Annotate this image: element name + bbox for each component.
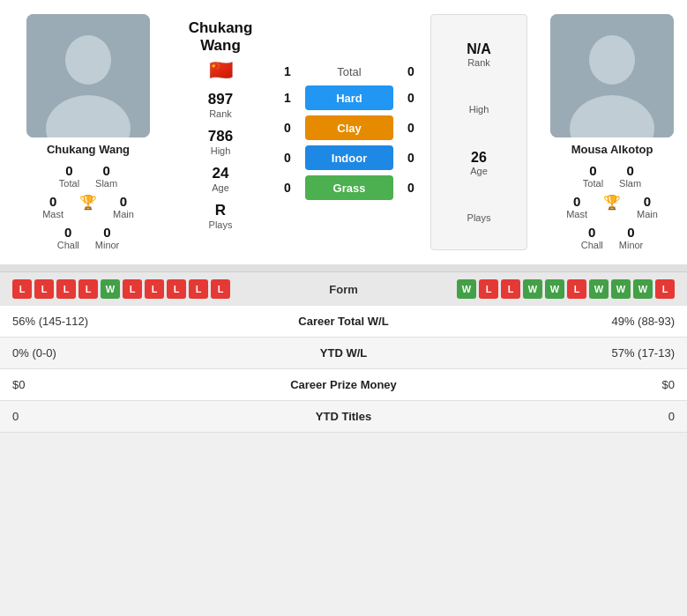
form-badge-l: L bbox=[567, 279, 586, 299]
form-badge-l: L bbox=[34, 279, 54, 299]
player1-total-label: Total bbox=[59, 178, 79, 189]
player2-high-label: High bbox=[469, 104, 489, 115]
center-high-value: 786 bbox=[208, 128, 233, 145]
player2-main-label: Main bbox=[637, 209, 658, 219]
player2-mast-block: 0 Mast bbox=[566, 194, 587, 219]
player1-stats-row1: 0 Total 0 Slam bbox=[59, 163, 117, 189]
center-age: 24 Age bbox=[212, 165, 229, 193]
player2-stats-row1: 0 Total 0 Slam bbox=[583, 163, 641, 189]
player2-age-value: 26 bbox=[471, 150, 487, 166]
hard-right-score: 0 bbox=[402, 91, 420, 105]
player2-total-block: 0 Total bbox=[583, 163, 603, 189]
player1-name: Chukang Wang bbox=[47, 143, 130, 156]
player1-title: ChukangWang bbox=[189, 19, 253, 56]
form-badge-l: L bbox=[655, 279, 675, 299]
form-badge-w: W bbox=[101, 279, 120, 299]
form-badge-w: W bbox=[457, 279, 476, 299]
form-badge-w: W bbox=[545, 279, 564, 299]
total-center-label: Total bbox=[305, 65, 393, 78]
player1-total-block: 0 Total bbox=[59, 163, 79, 189]
player1-card: Chukang Wang 0 Total 0 Slam 0 Mast 🏆 bbox=[9, 14, 168, 250]
center-plays-label: Plays bbox=[209, 219, 233, 230]
table-row: $0 Career Prize Money $0 bbox=[0, 369, 687, 401]
stat-left: 0% (0-0) bbox=[0, 338, 227, 369]
player2-chall-value: 0 bbox=[588, 225, 595, 240]
player2-stats-row3: 0 Chall 0 Minor bbox=[581, 225, 644, 250]
stat-left: $0 bbox=[0, 369, 227, 401]
form-badge-l: L bbox=[189, 279, 208, 299]
player2-age-stat: 26 Age bbox=[470, 150, 488, 176]
player1-stats-row3: 0 Chall 0 Minor bbox=[57, 225, 120, 250]
form-badge-w: W bbox=[633, 279, 653, 299]
clay-badge: Clay bbox=[305, 115, 393, 140]
player2-form-badges: WLLWWLWWWL bbox=[457, 279, 675, 299]
stat-right: 57% (17-13) bbox=[460, 338, 687, 369]
surface-panel: 1 Total 0 1 Hard 0 0 Clay 0 bbox=[273, 14, 425, 250]
table-row: 0% (0-0) YTD W/L 57% (17-13) bbox=[0, 338, 687, 369]
player2-mast-value: 0 bbox=[573, 194, 580, 209]
table-row: 56% (145-112) Career Total W/L 49% (88-9… bbox=[0, 306, 687, 338]
trophy-icon-1: 🏆 bbox=[79, 194, 97, 211]
grass-badge: Grass bbox=[305, 175, 393, 200]
center-high-label: High bbox=[211, 145, 231, 156]
player1-slam-value: 0 bbox=[102, 163, 109, 178]
player2-plays-stat: Plays bbox=[467, 212, 491, 223]
grass-row: 0 Grass 0 bbox=[279, 175, 420, 200]
form-badge-w: W bbox=[589, 279, 609, 299]
indoor-row: 0 Indoor 0 bbox=[279, 145, 420, 170]
table-row: 0 YTD Titles 0 bbox=[0, 401, 687, 433]
form-badge-l: L bbox=[479, 279, 498, 299]
stat-center: Career Total W/L bbox=[227, 306, 460, 338]
player1-minor-value: 0 bbox=[103, 225, 110, 240]
main-container: Chukang Wang 0 Total 0 Slam 0 Mast 🏆 bbox=[0, 0, 687, 433]
svg-point-1 bbox=[65, 35, 111, 85]
player1-chall-value: 0 bbox=[64, 225, 71, 240]
player1-mast-block: 0 Mast bbox=[42, 194, 63, 219]
player2-slam-value: 0 bbox=[626, 163, 633, 178]
total-right-score: 0 bbox=[402, 64, 420, 78]
hard-left-score: 1 bbox=[279, 91, 296, 105]
form-badge-l: L bbox=[167, 279, 186, 299]
form-badge-w: W bbox=[523, 279, 542, 299]
player1-chall-block: 0 Chall bbox=[57, 225, 79, 250]
section-divider bbox=[0, 264, 687, 271]
player1-stats-row2: 0 Mast 🏆 0 Main bbox=[42, 194, 134, 219]
stats-table: 56% (145-112) Career Total W/L 49% (88-9… bbox=[0, 306, 687, 433]
center-rank: 897 Rank bbox=[208, 91, 233, 119]
stat-center: YTD W/L bbox=[227, 338, 460, 369]
player2-minor-label: Minor bbox=[619, 240, 644, 250]
player1-minor-label: Minor bbox=[95, 240, 120, 250]
player2-chall-label: Chall bbox=[581, 240, 603, 250]
hard-row: 1 Hard 0 bbox=[279, 85, 420, 110]
form-badge-l: L bbox=[12, 279, 32, 299]
player1-slam-label: Slam bbox=[95, 178, 117, 189]
player1-main-block: 0 Main bbox=[113, 194, 134, 219]
player2-total-value: 0 bbox=[589, 163, 596, 178]
player1-flag: 🇨🇳 bbox=[209, 59, 233, 82]
svg-point-4 bbox=[589, 35, 635, 85]
player1-main-label: Main bbox=[113, 209, 134, 219]
form-badge-l: L bbox=[501, 279, 520, 299]
player1-mast-label: Mast bbox=[42, 209, 63, 219]
player1-form-badges: LLLLWLLLLL bbox=[12, 279, 230, 299]
player2-chall-block: 0 Chall bbox=[581, 225, 603, 250]
player1-minor-block: 0 Minor bbox=[95, 225, 120, 250]
clay-right-score: 0 bbox=[402, 121, 420, 135]
player2-main-block: 0 Main bbox=[637, 194, 658, 219]
player2-total-label: Total bbox=[583, 178, 603, 189]
player2-slam-label: Slam bbox=[619, 178, 641, 189]
center-rank-value: 897 bbox=[208, 91, 233, 108]
player1-slam-block: 0 Slam bbox=[95, 163, 117, 189]
player2-age-label: Age bbox=[470, 166, 488, 176]
stat-right: 0 bbox=[460, 401, 687, 433]
player2-rank-label: Rank bbox=[467, 57, 490, 68]
top-section: Chukang Wang 0 Total 0 Slam 0 Mast 🏆 bbox=[0, 0, 687, 264]
stat-left: 56% (145-112) bbox=[0, 306, 227, 338]
player1-avatar bbox=[26, 14, 150, 137]
form-badge-l: L bbox=[78, 279, 98, 299]
center-high: 786 High bbox=[208, 128, 233, 156]
player1-trophy: 🏆 bbox=[79, 194, 97, 219]
center-plays: R Plays bbox=[209, 202, 233, 230]
form-badge-l: L bbox=[211, 279, 230, 299]
trophy-icon-2: 🏆 bbox=[603, 194, 621, 211]
